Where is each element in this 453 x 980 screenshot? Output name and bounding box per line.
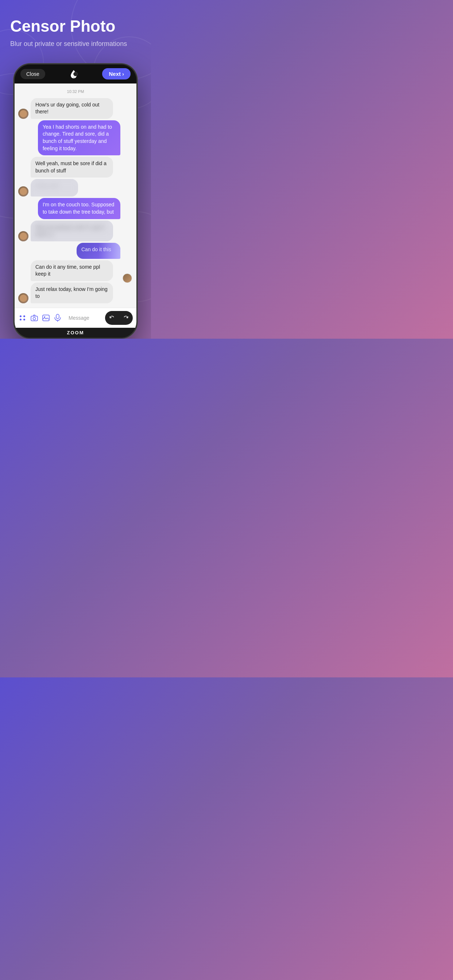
chat-bubble: How's ur day going, cold out there!	[30, 98, 113, 119]
chat-area: 10:32 PM How's ur day going, cold out th…	[14, 83, 136, 308]
message-row: Can do it this	[18, 243, 133, 259]
page-title: Censor Photo	[10, 18, 141, 35]
svg-rect-2	[43, 315, 49, 321]
close-button[interactable]: Close	[21, 69, 45, 79]
grid-dots-icon[interactable]	[18, 313, 27, 322]
chat-bubble: Can do it any time, some ppl keep it	[30, 260, 113, 281]
avatar	[18, 231, 29, 241]
undo-redo-bar	[105, 311, 133, 325]
mini-avatar-corner	[123, 274, 132, 283]
avatar	[18, 293, 29, 303]
avatar	[18, 186, 29, 197]
message-row: Can do it any time, some ppl keep it	[18, 260, 133, 281]
message-row: Just relax today, know I'm going to	[18, 283, 133, 303]
image-icon[interactable]	[41, 313, 50, 322]
camera-icon[interactable]	[30, 313, 39, 322]
phone-top-bar: Close Next ›	[14, 65, 136, 83]
chat-bubble: Well yeah, must be sore if did a bunch o…	[30, 157, 113, 178]
svg-point-3	[44, 317, 45, 318]
message-row: Yea I had shorts on and had to change. T…	[18, 120, 133, 155]
svg-point-1	[33, 318, 36, 320]
message-row: Was just going to ask if u got it down, …	[18, 221, 133, 241]
zoom-label: ZOOM	[67, 330, 84, 336]
chat-timestamp: 10:32 PM	[14, 89, 136, 94]
page-subtitle: Blur out private or sensitive informatio…	[10, 40, 141, 48]
microphone-icon[interactable]	[53, 313, 62, 322]
phone-camera	[73, 72, 78, 76]
message-row: How's ur day going, cold out there!	[18, 98, 133, 119]
undo-button[interactable]	[105, 311, 119, 325]
avatar	[18, 109, 29, 119]
zoom-label-bar: ZOOM	[14, 328, 136, 337]
message-row: Well yeah, must be sore if did a bunch o…	[18, 157, 133, 178]
message-input[interactable]: Message	[65, 313, 102, 323]
censor-fade-overlay	[99, 243, 120, 259]
header-section: Censor Photo Blur out private or sensiti…	[0, 0, 151, 60]
message-row: Daisy and	[18, 179, 133, 197]
chat-bubble-censored: Daisy and	[30, 179, 78, 197]
message-row: I'm on the couch too. Supposed to take d…	[18, 198, 133, 219]
chat-bubble-censored: Was just going to ask if u got it down, …	[30, 221, 113, 241]
svg-rect-4	[56, 314, 59, 319]
chat-bubble: I'm on the couch too. Supposed to take d…	[38, 198, 120, 219]
phone-frame: Close Next › 10:32 PM How's ur day	[13, 64, 137, 339]
chat-bubble-censored: Can do it this	[77, 243, 120, 259]
redo-button[interactable]	[119, 311, 133, 325]
phone-bottom-bar: Message	[14, 308, 136, 328]
censor-blur-overlay	[30, 221, 113, 241]
chat-bubble: Just relax today, know I'm going to	[30, 283, 113, 303]
next-button[interactable]: Next ›	[102, 68, 131, 80]
chat-bubble: Yea I had shorts on and had to change. T…	[38, 120, 120, 155]
phone-container: Close Next › 10:32 PM How's ur day	[0, 64, 151, 339]
censor-blur-overlay	[30, 179, 78, 197]
